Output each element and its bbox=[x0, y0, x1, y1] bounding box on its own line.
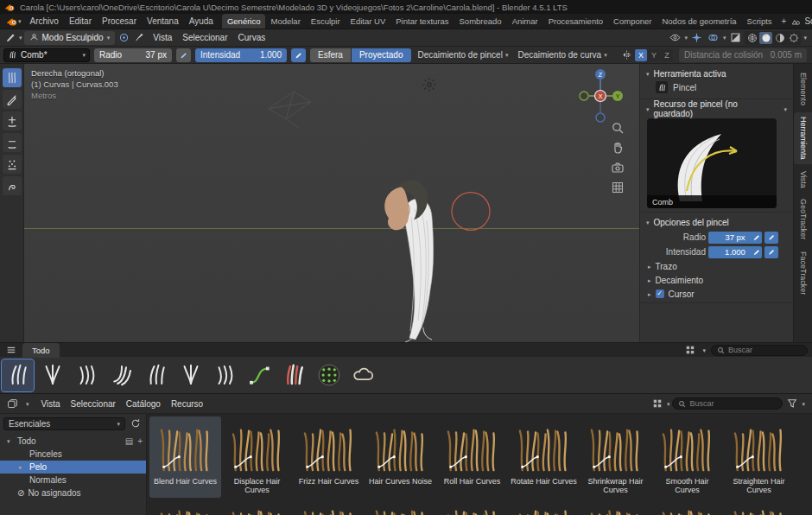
catalog-todo[interactable]: ▾Todo▤+ bbox=[0, 435, 146, 448]
strength-pressure-toggle[interactable] bbox=[764, 246, 778, 258]
asset-card-straighten-hair-curves[interactable]: Straighten Hair Curves bbox=[723, 498, 795, 515]
gizmo-z-negative[interactable] bbox=[596, 113, 605, 122]
asset-browser-editor-button[interactable] bbox=[5, 397, 19, 410]
asset-card-shrinkwrap-hair-curves[interactable]: Shrinkwrap Hair Curves bbox=[580, 498, 651, 515]
brush-preview[interactable]: Comb bbox=[647, 118, 777, 208]
panel-trazo[interactable]: ▸Trazo bbox=[640, 259, 793, 273]
menu-procesar[interactable]: Procesar bbox=[97, 16, 142, 26]
hair-brush-7-thumbnail[interactable] bbox=[209, 359, 241, 391]
asset-card-hair-curves-noise[interactable]: Hair Curves Noise bbox=[365, 498, 436, 515]
catalog-no-asignados[interactable]: ⊘No asignados bbox=[0, 486, 146, 499]
catalog-normales[interactable]: Normales bbox=[0, 474, 146, 486]
radius-slider[interactable]: Radio 37 px bbox=[94, 48, 172, 62]
asset-card-displace-hair-curves[interactable]: Displace Hair Curves bbox=[221, 498, 293, 515]
hair-brush-1-thumbnail[interactable] bbox=[2, 359, 34, 391]
gizmo-y-negative[interactable] bbox=[580, 92, 588, 100]
symmetry-axis-y-button[interactable]: Y bbox=[648, 49, 660, 61]
add-catalog-icon[interactable]: + bbox=[137, 436, 143, 446]
filter-icon[interactable] bbox=[785, 397, 799, 410]
material-shading-button[interactable] bbox=[773, 32, 786, 44]
green-curve-brush-thumbnail[interactable] bbox=[244, 359, 276, 391]
asset-card-displace-hair-curves[interactable]: Displace Hair Curves bbox=[221, 416, 293, 498]
browser-menu-seleccionar[interactable]: Seleccionar bbox=[66, 399, 121, 409]
brush-options-panel-header[interactable]: ▾ Opciones del pincel bbox=[640, 214, 793, 230]
curve-falloff-dropdown[interactable]: Decaimiento de curva ▾ bbox=[515, 50, 609, 60]
asset-card-smooth-hair-curves[interactable]: Smooth Hair Curves bbox=[651, 498, 723, 515]
strength-field[interactable]: 1.000 bbox=[708, 246, 762, 258]
zoom-icon[interactable] bbox=[611, 121, 625, 135]
workspace-tab-pintar-texturas[interactable]: Pintar texturas bbox=[390, 14, 454, 29]
asset-card-blend-hair-curves[interactable]: Blend Hair Curves bbox=[149, 498, 221, 515]
menu-archivo[interactable]: Archivo bbox=[25, 16, 64, 26]
mode-dropdown[interactable]: Modo Esculpido ▾ bbox=[24, 31, 116, 45]
catalog-pinceles[interactable]: Pinceles bbox=[0, 448, 146, 461]
light-object-icon[interactable] bbox=[422, 78, 436, 92]
panel-cursor[interactable]: ▸✓Cursor bbox=[640, 287, 793, 301]
viewport-menu-curvas[interactable]: Curvas bbox=[233, 33, 271, 42]
strength-pressure-toggle[interactable] bbox=[291, 48, 306, 62]
viewport-menu-vista[interactable]: Vista bbox=[148, 33, 177, 42]
workspace-tab-editar-uv[interactable]: Editar UV bbox=[346, 14, 391, 29]
scene-selector[interactable]: Scen bbox=[790, 16, 812, 27]
shelf-tab-todo[interactable]: Todo bbox=[22, 343, 60, 358]
density-tool-button[interactable] bbox=[3, 155, 22, 174]
radius-field[interactable]: 37 px bbox=[708, 232, 762, 244]
wireframe-shading-button[interactable] bbox=[745, 32, 758, 44]
browser-menu-recurso[interactable]: Recurso bbox=[166, 399, 208, 409]
library-dropdown[interactable]: Esenciales ▾ bbox=[3, 417, 125, 430]
checkbox-checked-icon[interactable]: ✓ bbox=[656, 289, 664, 298]
brush-settings-button[interactable] bbox=[132, 31, 146, 45]
asset-card-hair-curves-noise[interactable]: Hair Curves Noise bbox=[365, 416, 436, 498]
rendered-shading-button[interactable] bbox=[787, 32, 800, 44]
hair-model[interactable] bbox=[384, 180, 433, 342]
toggle-xray-button[interactable] bbox=[728, 31, 742, 45]
navigation-gizmo[interactable]: Z Y X bbox=[578, 67, 623, 124]
viewport-3d[interactable]: Derecha (ortogonal)(1) Curvas | Curvas.0… bbox=[24, 64, 639, 342]
brush-selector[interactable]: Comb* ▾ bbox=[3, 48, 90, 62]
menu-editar[interactable]: Editar bbox=[64, 16, 97, 26]
workspace-tab-sombreado[interactable]: Sombreado bbox=[454, 14, 507, 29]
panel-decaimiento[interactable]: ▸Decaimiento bbox=[640, 273, 793, 287]
workspace-tab-gen-rico[interactable]: Genérico bbox=[222, 14, 266, 29]
symmetry-axis-x-button[interactable]: X bbox=[635, 49, 647, 61]
slide-tool-button[interactable] bbox=[3, 176, 22, 195]
delete-tool-button[interactable] bbox=[3, 133, 22, 152]
brush-falloff-dropdown[interactable]: Decaimiento de pincel ▾ bbox=[416, 50, 511, 60]
asset-dropdown-arrow-icon[interactable]: ▾ bbox=[783, 106, 787, 112]
workspace-tab-scripts[interactable]: Scripts bbox=[742, 14, 777, 29]
refresh-icon[interactable] bbox=[129, 416, 143, 430]
active-tool-panel-header[interactable]: ▾ Herramienta activa bbox=[640, 66, 793, 81]
sidebar-tab-herramienta[interactable]: Herramienta bbox=[794, 112, 812, 164]
browser-menu-vista[interactable]: Vista bbox=[36, 399, 66, 409]
comb-tool-button[interactable] bbox=[3, 68, 22, 87]
hair-brush-5-thumbnail[interactable] bbox=[140, 359, 172, 391]
falloff-toggle-button[interactable] bbox=[117, 31, 130, 45]
menu-ventana[interactable]: Ventana bbox=[142, 16, 184, 26]
solid-shading-button[interactable] bbox=[759, 32, 772, 44]
falloff-sphere-button[interactable]: Esfera bbox=[310, 48, 351, 62]
workspace-tab-nodos-de-geometr-a[interactable]: Nodos de geometría bbox=[657, 14, 741, 29]
pan-hand-icon[interactable] bbox=[611, 141, 625, 155]
falloff-projected-button[interactable]: Proyectado bbox=[352, 48, 411, 62]
workspace-tab-animar[interactable]: Animar bbox=[507, 14, 543, 29]
asset-card-shrinkwrap-hair-curves[interactable]: Shrinkwrap Hair Curves bbox=[580, 416, 651, 498]
asset-card-roll-hair-curves[interactable]: Roll Hair Curves bbox=[436, 416, 508, 498]
workspace-tab-procesamiento[interactable]: Procesamiento bbox=[543, 14, 608, 29]
hair-brush-2-thumbnail[interactable] bbox=[36, 359, 68, 391]
red-stripe-brush-thumbnail[interactable] bbox=[278, 359, 310, 391]
asset-card-smooth-hair-curves[interactable]: Smooth Hair Curves bbox=[651, 416, 723, 498]
editor-type-button[interactable] bbox=[3, 31, 17, 45]
asset-card-blend-hair-curves[interactable]: Blend Hair Curves bbox=[149, 416, 221, 498]
radius-pressure-toggle[interactable] bbox=[176, 48, 191, 62]
sidebar-tab-facetracker[interactable]: FaceTracker bbox=[794, 247, 812, 299]
hair-brush-6-thumbnail[interactable] bbox=[174, 359, 206, 391]
catalog-pelo[interactable]: ▸Pelo bbox=[0, 461, 146, 474]
browser-menu-cat-logo[interactable]: Catálogo bbox=[121, 399, 166, 409]
collision-distance-field[interactable]: Distancia de colisión 0.005 m bbox=[679, 48, 807, 62]
object-visibility-dropdown[interactable] bbox=[668, 31, 682, 45]
active-brush-row[interactable]: Pincel bbox=[640, 81, 793, 97]
brush-asset-panel-header[interactable]: ▾ Recurso de pincel (no guardado) ▾ bbox=[640, 101, 793, 117]
symmetry-axis-z-button[interactable]: Z bbox=[661, 49, 673, 61]
workspace-tab-modelar[interactable]: Modelar bbox=[265, 14, 305, 29]
asset-card-frizz-hair-curves[interactable]: Frizz Hair Curves bbox=[293, 498, 365, 515]
